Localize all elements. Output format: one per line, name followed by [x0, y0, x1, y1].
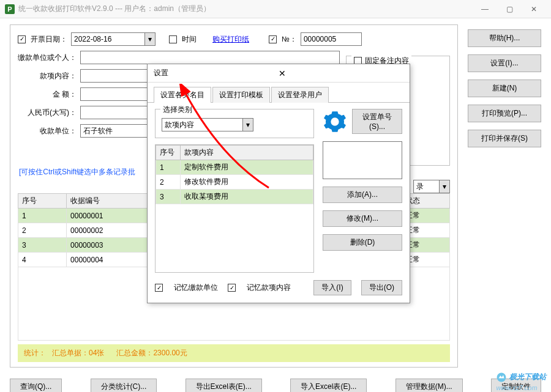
print-preview-button[interactable]: 打印预览(P)... — [468, 105, 541, 122]
invoice-date-combo[interactable]: ▾ — [71, 32, 156, 46]
stats-button[interactable]: 分类统计(C)... — [91, 379, 157, 392]
preview-box — [323, 141, 402, 179]
tab-categories[interactable]: 设置各类名目 — [154, 87, 211, 103]
chevron-down-icon[interactable]: ▾ — [144, 32, 156, 46]
help-button[interactable]: 帮助(H)... — [468, 29, 541, 47]
custom-software-button[interactable]: 定制软件 — [491, 379, 541, 392]
time-label: 时间 — [182, 34, 197, 45]
no-input[interactable] — [301, 32, 362, 46]
list-item[interactable]: 1定制软件费用 — [156, 160, 313, 175]
buy-paper-link[interactable]: 购买打印纸 — [212, 34, 249, 45]
payer-label: 缴款单位或个人： — [18, 53, 77, 63]
app-icon: P — [5, 4, 15, 14]
summary-bar: 统计： 汇总单据：04张 汇总金额：2300.00元 — [18, 344, 450, 362]
remember-content-checkbox[interactable] — [228, 284, 236, 292]
time-checkbox[interactable] — [169, 35, 177, 43]
category-combo[interactable]: ▾ — [162, 118, 253, 131]
table-header[interactable]: 序号 — [18, 194, 67, 209]
record-filter-input[interactable] — [413, 180, 439, 193]
chevron-down-icon[interactable]: ▾ — [242, 118, 253, 131]
window-titlebar: P 统一收款收据打印软件V2.9.0 --- 用户名：admin（管理员） — … — [0, 0, 551, 18]
query-button[interactable]: 查询(Q)... — [10, 379, 62, 392]
dialog-title: 设置 — [154, 68, 276, 78]
window-minimize-button[interactable]: — — [473, 1, 497, 18]
window-maximize-button[interactable]: ▢ — [497, 1, 522, 18]
dialog-close-button[interactable]: ✕ — [276, 68, 403, 78]
export-button[interactable]: 导出(O) — [361, 280, 402, 295]
export-excel-button[interactable]: 导出Excel表(E)... — [186, 379, 262, 392]
remember-payer-label: 记忆缴款单位 — [174, 283, 218, 293]
payer-input[interactable] — [80, 51, 340, 64]
tab-print-template[interactable]: 设置打印模板 — [212, 87, 270, 103]
list-header-no: 序号 — [156, 146, 181, 160]
manage-data-button[interactable]: 管理数据(M)... — [395, 379, 463, 392]
no-checkbox[interactable] — [269, 35, 277, 43]
dialog-tabs: 设置各类名目 设置打印模板 设置登录用户 — [148, 83, 410, 103]
record-filter-combo[interactable]: ▾ — [413, 180, 450, 193]
print-save-button[interactable]: 打印并保存(S) — [468, 130, 541, 147]
invoice-date-input[interactable] — [71, 32, 144, 46]
amount-label: 金 额： — [18, 89, 77, 100]
tab-users[interactable]: 设置登录用户 — [271, 87, 329, 103]
no-label: №： — [282, 34, 297, 45]
content-label: 款项内容： — [18, 71, 77, 81]
list-item[interactable]: 2修改软件费用 — [156, 175, 313, 190]
set-code-button[interactable]: 设置单号(S)... — [352, 109, 402, 134]
remember-content-label: 记忆款项内容 — [247, 283, 291, 293]
settings-button[interactable]: 设置(I)... — [468, 54, 541, 72]
table-header[interactable]: 收据编号 — [67, 194, 154, 209]
remember-payer-checkbox[interactable] — [155, 284, 163, 292]
new-button[interactable]: 新建(N) — [468, 80, 541, 97]
amount-cn-label: 人民币(大写)： — [18, 108, 77, 118]
bottom-toolbar: 查询(Q)... 分类统计(C)... 导出Excel表(E)... 导入Exc… — [0, 374, 551, 392]
window-title: 统一收款收据打印软件V2.9.0 --- 用户名：admin（管理员） — [18, 4, 473, 14]
window-close-button[interactable]: ✕ — [522, 1, 546, 18]
category-input[interactable] — [162, 118, 242, 131]
import-excel-button[interactable]: 导入Excel表(E)... — [290, 379, 367, 392]
invoice-date-checkbox[interactable] — [18, 35, 26, 43]
edit-button[interactable]: 修改(M)... — [323, 210, 402, 227]
list-item[interactable]: 3收取某项费用 — [156, 190, 313, 204]
category-group: 选择类别 ▾ — [155, 109, 314, 138]
gear-icon — [323, 109, 347, 134]
list-header-name: 款项内容 — [181, 146, 313, 160]
delete-button[interactable]: 删除(D) — [323, 234, 402, 251]
right-button-panel: 帮助(H)... 设置(I)... 新建(N) 打印预览(P)... 打印并保存… — [468, 24, 541, 368]
chevron-down-icon[interactable]: ▾ — [439, 180, 450, 193]
invoice-date-label: 开票日期： — [31, 34, 67, 45]
category-legend: 选择类别 — [160, 105, 195, 115]
import-button[interactable]: 导入(I) — [313, 280, 351, 295]
category-list[interactable]: 序号 款项内容 1定制软件费用2修改软件费用3收取某项费用 — [155, 144, 314, 273]
payee-label: 收款单位： — [18, 126, 77, 136]
settings-dialog: 设置 ✕ 设置各类名目 设置打印模板 设置登录用户 选择类别 ▾ 序号 款项内容 — [147, 64, 410, 303]
add-button[interactable]: 添加(A)... — [323, 187, 402, 203]
dialog-titlebar[interactable]: 设置 ✕ — [148, 64, 410, 83]
